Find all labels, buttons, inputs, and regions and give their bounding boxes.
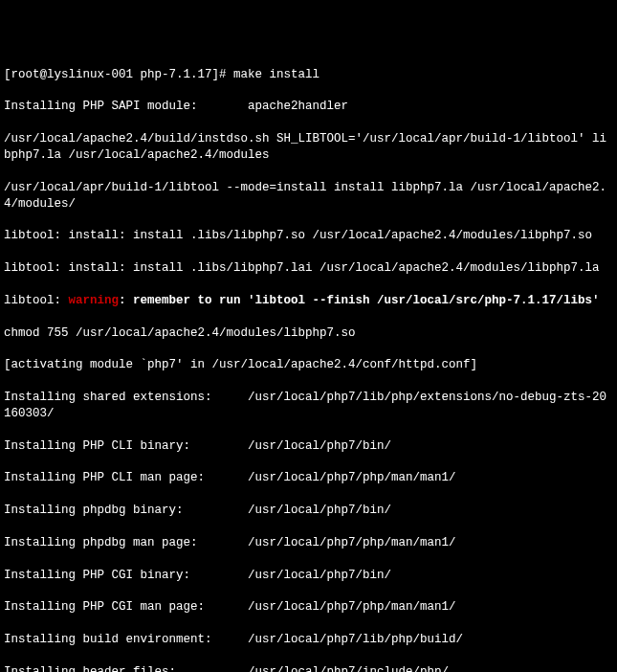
output-line: /usr/local/apr/build-1/libtool --mode=in… <box>4 180 613 213</box>
output-line: Installing PHP CLI binary: /usr/local/ph… <box>4 438 613 455</box>
output-line: libtool: install: install .libs/libphp7.… <box>4 260 613 277</box>
prompt-line-1: [root@lyslinux-001 php-7.1.17]# make ins… <box>4 67 613 83</box>
output-line: Installing shared extensions: /usr/local… <box>4 390 613 422</box>
command-input[interactable]: make install <box>233 68 320 81</box>
output-line: Installing phpdbg binary: /usr/local/php… <box>4 503 613 519</box>
output-line: Installing PHP SAPI module: apache2handl… <box>4 99 613 115</box>
output-line: Installing PHP CLI man page: /usr/local/… <box>4 470 613 486</box>
output-line: Installing header files: /usr/local/php7… <box>4 664 613 672</box>
output-line: libtool: install: install .libs/libphp7.… <box>4 228 613 244</box>
warning-line: libtool: warning: remember to run 'libto… <box>4 293 613 309</box>
warn-prefix: libtool: <box>4 294 69 307</box>
shell-prompt: [root@lyslinux-001 php-7.1.17]# <box>4 68 233 81</box>
warning-label: warning <box>69 294 120 307</box>
output-line: Installing PHP CGI man page: /usr/local/… <box>4 599 613 616</box>
output-line: Installing PHP CGI binary: /usr/local/ph… <box>4 568 613 584</box>
output-line: [activating module `php7' in /usr/local/… <box>4 357 613 373</box>
output-line: chmod 755 /usr/local/apache2.4/modules/l… <box>4 325 613 342</box>
output-line: Installing build environment: /usr/local… <box>4 632 613 648</box>
warn-rest: : remember to run 'libtool --finish /usr… <box>119 294 600 307</box>
output-line: /usr/local/apache2.4/build/instdso.sh SH… <box>4 131 613 164</box>
output-line: Installing phpdbg man page: /usr/local/p… <box>4 535 613 551</box>
